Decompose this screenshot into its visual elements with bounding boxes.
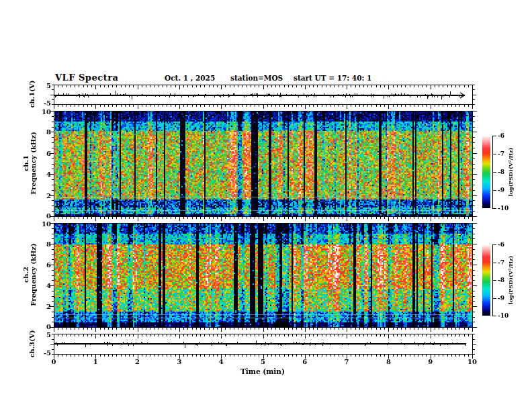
y-tick-label: 4	[46, 171, 51, 178]
colorbar-tick-label: -10	[498, 312, 508, 319]
colorbar-ch2-label: log(PSD)(V²/Hz)	[507, 256, 514, 305]
y-tick-label: 2	[46, 303, 51, 310]
x-tick-label: 2	[135, 358, 140, 365]
y-tick-label: 5	[46, 82, 51, 89]
ch2-frequency-axis-label: ch.2 Frequency (kHz)	[22, 243, 37, 306]
colorbar-tick-label: -10	[498, 205, 508, 212]
x-tick-label: 0	[52, 358, 56, 365]
colorbar-tick-label: -7	[498, 150, 504, 157]
colorbar-tick-label: -6	[498, 241, 504, 248]
y-tick-label: 6	[46, 261, 51, 269]
ch3-voltage-axis-label: ch.3(V)	[28, 330, 36, 357]
y-tick-label: 10	[42, 220, 51, 228]
x-tick-label: 8	[386, 358, 391, 365]
plot-date: Oct. 1 , 2025	[165, 74, 215, 82]
ch1-spectrogram-canvas	[54, 111, 472, 216]
y-tick-label: -5	[44, 99, 51, 107]
plot-title: VLF Spectra	[55, 73, 118, 83]
colorbar-tick-label: -6	[498, 132, 504, 139]
x-tick-label: 1	[93, 358, 98, 365]
y-tick-label: 6	[46, 149, 51, 156]
x-tick-label: 3	[177, 358, 181, 365]
colorbar-ch2	[482, 244, 490, 316]
x-tick-label: 7	[345, 358, 349, 365]
y-tick-label: 8	[46, 128, 51, 136]
x-tick-label: 10	[468, 358, 477, 365]
colorbar-tick-label: -8	[498, 277, 504, 283]
colorbar-tick-label: -9	[498, 295, 504, 302]
ch1-voltage-trace-canvas	[54, 85, 472, 104]
x-tick-label: 4	[219, 358, 224, 365]
colorbar-tick-label: -8	[498, 169, 504, 175]
x-tick-label: 5	[261, 358, 265, 365]
y-tick-label: 5	[46, 331, 51, 338]
ch1-voltage-axis-label: ch.1(V)	[28, 80, 36, 107]
colorbar-ch1	[482, 136, 490, 208]
colorbar-ch1-label: log(PSD)(V²/Hz)	[507, 148, 514, 197]
ch3-voltage-trace-canvas	[54, 334, 472, 354]
x-tick-label: 6	[302, 358, 307, 365]
x-axis-label: Time (min)	[240, 367, 285, 375]
vlf-spectra-figure: VLF Spectra Oct. 1 , 2025 station=MOS st…	[0, 0, 532, 411]
y-tick-label: 0	[46, 212, 51, 220]
plot-start-ut: start UT = 17: 40: 1	[294, 74, 371, 82]
colorbar-tick-label: -9	[498, 187, 504, 193]
y-tick-label: 0	[46, 323, 51, 330]
colorbar-tick-label: -7	[498, 259, 504, 266]
y-tick-label: -5	[44, 349, 51, 357]
ch2-spectrogram-canvas	[54, 223, 472, 327]
y-tick-label: 4	[46, 282, 51, 289]
x-tick-label: 9	[428, 358, 433, 365]
y-tick-label: 8	[46, 240, 51, 248]
ch1-frequency-axis-label: ch.1 Frequency (kHz)	[22, 132, 37, 194]
y-tick-label: 2	[46, 191, 51, 199]
y-tick-label: 10	[42, 108, 51, 116]
plot-station: station=MOS	[230, 74, 283, 82]
